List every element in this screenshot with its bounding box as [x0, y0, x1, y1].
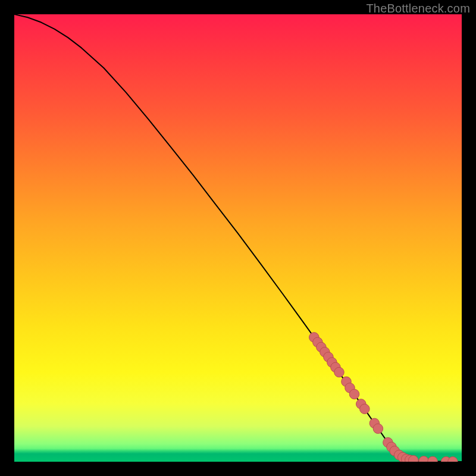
watermark-text: TheBottleneck.com: [366, 2, 470, 15]
curve-marker: [419, 456, 429, 462]
curve-marker: [373, 424, 383, 434]
curve-marker: [349, 389, 359, 399]
curve-marker: [448, 457, 458, 462]
plot-area: [14, 14, 462, 462]
curve-marker: [360, 404, 370, 414]
chart-stage: TheBottleneck.com: [0, 0, 476, 476]
curve-marker: [334, 367, 345, 377]
curve-marker: [428, 456, 438, 462]
chart-overlay-svg: [14, 14, 462, 462]
curve-markers: [309, 333, 458, 462]
bottleneck-curve: [14, 14, 462, 462]
